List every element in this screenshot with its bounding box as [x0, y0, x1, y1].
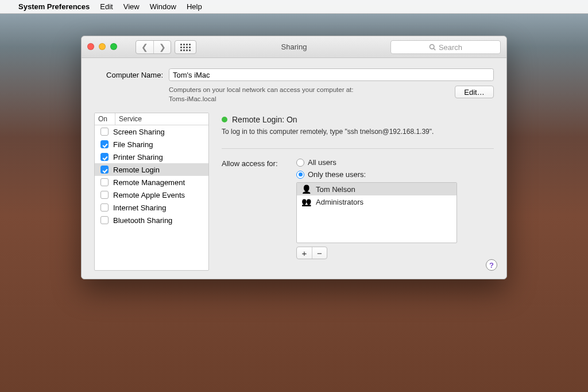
user-icon: 👤 [301, 185, 311, 193]
service-row-remote-apple-events[interactable]: Remote Apple Events [95, 189, 208, 201]
add-remove-segment: + − [296, 247, 327, 259]
sharing-window: ❮ ❯ Sharing Search Computer Name: Comput… [81, 36, 507, 279]
allowed-users-list[interactable]: 👤Tom Nelson👥Administrators [296, 182, 457, 243]
radio-button-icon [296, 171, 304, 179]
service-row-internet-sharing[interactable]: Internet Sharing [95, 201, 208, 214]
radio-only-label: Only these users: [308, 170, 366, 179]
add-user-button[interactable]: + [297, 247, 312, 259]
services-header: On Service [95, 113, 208, 125]
divider [222, 148, 494, 149]
service-label: Remote Apple Events [113, 191, 205, 199]
app-menu[interactable]: System Preferences [18, 2, 90, 11]
users-icon: 👥 [301, 198, 311, 206]
user-row[interactable]: 👤Tom Nelson [297, 183, 457, 195]
service-row-file-sharing[interactable]: File Sharing [95, 138, 208, 151]
menu-help[interactable]: Help [187, 2, 202, 11]
service-checkbox[interactable] [100, 178, 109, 186]
user-name: Tom Nelson [316, 185, 355, 194]
status-subtext: To log in to this computer remotely, typ… [222, 128, 494, 136]
help-button[interactable]: ? [486, 259, 497, 271]
svg-point-0 [430, 45, 434, 49]
titlebar: ❮ ❯ Sharing Search [82, 36, 506, 58]
service-checkbox[interactable] [100, 140, 109, 148]
edit-hostname-button[interactable]: Edit… [455, 86, 494, 98]
computer-name-input[interactable] [169, 68, 494, 81]
user-name: Administrators [316, 198, 363, 206]
radio-all-label: All users [308, 158, 336, 167]
service-row-printer-sharing[interactable]: Printer Sharing [95, 151, 208, 163]
search-placeholder: Search [439, 43, 462, 52]
computer-name-row: Computer Name: [82, 58, 506, 84]
service-label: Remote Login [113, 166, 205, 174]
status-indicator-icon [222, 117, 227, 122]
header-on[interactable]: On [95, 113, 115, 125]
header-service[interactable]: Service [115, 113, 208, 125]
menubar: System Preferences Edit View Window Help [0, 0, 588, 14]
radio-only-users[interactable]: Only these users: [296, 170, 494, 179]
menu-edit[interactable]: Edit [100, 2, 113, 11]
menu-window[interactable]: Window [150, 2, 176, 11]
service-checkbox[interactable] [100, 203, 109, 212]
service-label: Screen Sharing [113, 128, 205, 136]
service-label: File Sharing [113, 140, 205, 149]
user-row[interactable]: 👥Administrators [297, 195, 457, 208]
service-checkbox[interactable] [100, 153, 109, 161]
service-row-bluetooth-sharing[interactable]: Bluetooth Sharing [95, 214, 208, 226]
service-row-remote-login[interactable]: Remote Login [95, 163, 208, 176]
service-label: Internet Sharing [113, 203, 205, 212]
service-label: Remote Management [113, 178, 205, 187]
radio-button-icon [296, 159, 304, 167]
computer-name-help: Computers on your local network can acce… [82, 84, 506, 113]
service-label: Printer Sharing [113, 153, 205, 162]
access-label: Allow access for: [222, 158, 291, 168]
svg-line-1 [434, 48, 435, 50]
status-title: Remote Login: On [232, 115, 297, 124]
search-field[interactable]: Search [390, 40, 501, 54]
service-row-screen-sharing[interactable]: Screen Sharing [95, 125, 208, 138]
service-row-remote-management[interactable]: Remote Management [95, 176, 208, 189]
service-checkbox[interactable] [100, 216, 109, 224]
computer-name-label: Computer Name: [94, 71, 169, 79]
service-label: Bluetooth Sharing [113, 216, 205, 225]
service-checkbox[interactable] [100, 191, 109, 199]
computer-name-help-text: Computers on your local network can acce… [169, 86, 455, 103]
service-detail: Remote Login: On To log in to this compu… [222, 113, 494, 271]
radio-all-users[interactable]: All users [296, 158, 494, 167]
service-checkbox[interactable] [100, 128, 109, 136]
remove-user-button[interactable]: − [312, 247, 327, 259]
service-checkbox[interactable] [100, 166, 109, 174]
search-icon [429, 44, 436, 51]
menu-view[interactable]: View [123, 2, 140, 11]
services-table: On Service Screen SharingFile SharingPri… [94, 113, 209, 271]
